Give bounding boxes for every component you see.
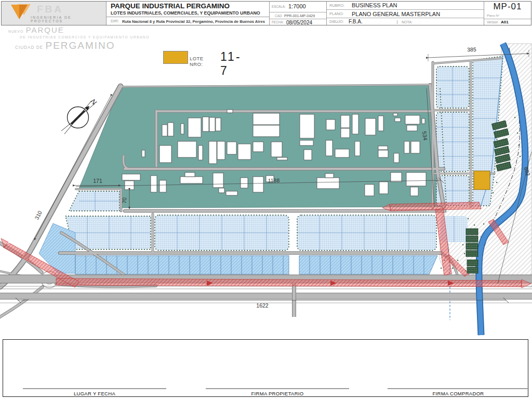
highlighted-lot-11-7 bbox=[474, 171, 490, 190]
logo-cell: FBA INGENIERIA DE PROYECTOS bbox=[2, 2, 106, 25]
masterplan-sheet: 385 534 882 171 70 1188 310 1622 N FBA bbox=[0, 0, 532, 399]
firma-comprador-label: FIRMA COMPRADOR bbox=[388, 391, 529, 396]
dir-value: Ruta Nacional 8 y Ruta Provincial 32, Pe… bbox=[122, 19, 265, 24]
firma-propietario-label: FIRMA PROPIETARIO bbox=[206, 391, 349, 396]
dim-385: 385 bbox=[467, 46, 476, 53]
version-row: Version A01 bbox=[484, 19, 531, 25]
lote-number: 11-7 bbox=[220, 50, 242, 78]
dim-70: 70 bbox=[121, 197, 128, 203]
dim-1622: 1622 bbox=[256, 302, 269, 309]
rubro-label: RUBRO: bbox=[329, 3, 344, 8]
version-value: A01 bbox=[501, 20, 509, 24]
nota-label: NOTA: bbox=[397, 20, 413, 24]
wm-line2: DE INDUSTRIAS COMERCIOS Y EQUIPAMIENTO U… bbox=[20, 35, 150, 39]
north-label: N bbox=[89, 97, 99, 107]
lot-color-swatch bbox=[163, 51, 188, 64]
cad-label: CAD: bbox=[275, 14, 283, 18]
sheet-number: MP-01 bbox=[484, 2, 531, 12]
fecha-label: FECHA: bbox=[272, 20, 284, 24]
dim-171: 171 bbox=[93, 178, 102, 184]
sheet-cell: MP-01 Plano N° Version A01 bbox=[484, 2, 531, 25]
dir-label: DIR: bbox=[111, 19, 119, 23]
dim-310: 310 bbox=[33, 209, 43, 220]
signature-line bbox=[23, 388, 166, 389]
signature-line bbox=[388, 388, 529, 389]
wm-parque: PARQUE bbox=[26, 25, 64, 34]
project-watermark: NUEVO PARQUE DE INDUSTRIAS COMERCIOS Y E… bbox=[8, 25, 150, 51]
lote-label: LOTE NRO: bbox=[190, 56, 203, 67]
north-compass: N bbox=[61, 97, 98, 134]
lugar-y-fecha-label: LUGAR Y FECHA bbox=[23, 391, 166, 396]
logo-company: FBA bbox=[37, 4, 63, 15]
dim-1188: 1188 bbox=[268, 177, 280, 183]
plano-label: PLANO: bbox=[329, 11, 344, 16]
rubro-value: BUSINESS PLAN bbox=[352, 2, 397, 8]
project-title-cell: PARQUE INDUSTRIAL PERGAMINO LOTES INDUST… bbox=[106, 2, 269, 25]
plano-value: PLANO GENERAL MASTERPLAN bbox=[352, 11, 440, 17]
signature-col-propietario: FIRMA PROPIETARIO bbox=[206, 340, 349, 396]
escala-label: ESCALA: bbox=[272, 5, 286, 8]
meta-cell: ESCALA: 1:7000 CAD: PPR-001-MP-0429 FECH… bbox=[269, 2, 326, 25]
project-subtitle: LOTES INDUSTRIALES, COMERCIALES, Y EQUIP… bbox=[111, 10, 260, 16]
project-title: PARQUE INDUSTRIAL PERGAMINO bbox=[111, 2, 230, 10]
dibujo-value: F.B.A. bbox=[349, 19, 363, 24]
wm-ciudad: CIUDAD DE bbox=[15, 45, 43, 50]
project-address-row: DIR: Ruta Nacional 8 y Ruta Provincial 3… bbox=[107, 17, 269, 25]
signature-col-comprador: FIRMA COMPRADOR bbox=[388, 340, 529, 396]
signature-col-lugar: LUGAR Y FECHA bbox=[23, 340, 166, 396]
fecha-value: 08/05/2024 bbox=[286, 20, 312, 25]
wm-pergamino: PERGAMINO bbox=[46, 40, 115, 51]
sheet-label: Plano N° bbox=[487, 14, 500, 17]
rubro-cell: RUBRO: BUSINESS PLAN PLANO: PLANO GENERA… bbox=[326, 2, 484, 25]
logo-tagline: INGENIERIA DE PROYECTOS bbox=[31, 16, 106, 23]
escala-value: 1:7000 bbox=[288, 3, 306, 9]
signature-line bbox=[206, 388, 349, 389]
cad-value: PPR-001-MP-0429 bbox=[284, 14, 315, 18]
version-label: Version bbox=[487, 20, 498, 24]
wm-nuevo: NUEVO bbox=[8, 30, 23, 33]
signature-block: LUGAR Y FECHA FIRMA PROPIETARIO FIRMA CO… bbox=[3, 339, 528, 397]
title-block: FBA INGENIERIA DE PROYECTOS PARQUE INDUS… bbox=[1, 1, 531, 25]
dibujo-label: DIBUJO: bbox=[329, 20, 344, 23]
